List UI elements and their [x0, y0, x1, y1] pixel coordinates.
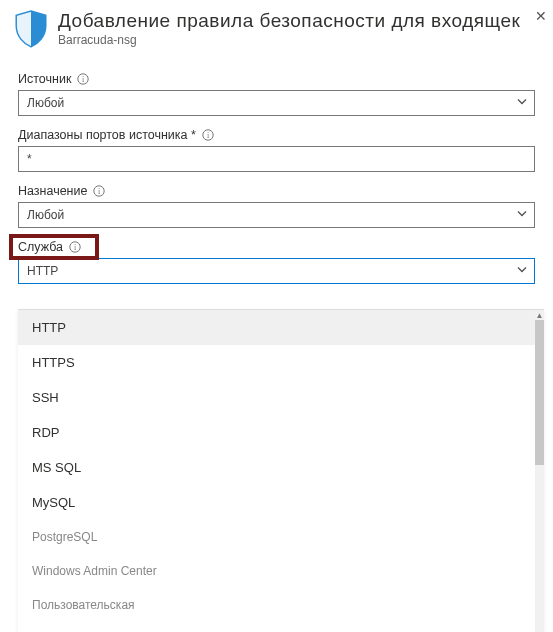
service-option[interactable]: HTTP	[18, 310, 544, 345]
scrollbar-track[interactable]: ▲	[535, 310, 544, 632]
source-port-input[interactable]: *	[18, 146, 535, 172]
dropdown-list[interactable]: HTTPHTTPSSSHRDPMS SQLMySQLPostgreSQLWind…	[18, 310, 544, 632]
service-option[interactable]: Пользовательская	[18, 588, 544, 622]
service-select[interactable]: HTTP	[18, 258, 535, 284]
service-option[interactable]: FTP	[18, 622, 544, 632]
field-service: Служба i HTTP	[18, 236, 535, 284]
source-value: Любой	[27, 96, 64, 110]
service-option[interactable]: RDP	[18, 415, 544, 450]
scroll-up-icon[interactable]: ▲	[535, 310, 544, 320]
chevron-down-icon	[516, 208, 528, 223]
service-dropdown: HTTPHTTPSSSHRDPMS SQLMySQLPostgreSQLWind…	[18, 309, 544, 632]
svg-text:i: i	[98, 187, 101, 196]
label-destination: Назначение	[18, 184, 87, 198]
field-source: Источник i Любой	[18, 68, 535, 116]
svg-text:i: i	[82, 75, 85, 84]
service-option[interactable]: Windows Admin Center	[18, 554, 544, 588]
svg-text:i: i	[74, 243, 77, 252]
service-option[interactable]: PostgreSQL	[18, 520, 544, 554]
info-icon[interactable]: i	[77, 73, 89, 85]
service-option[interactable]: HTTPS	[18, 345, 544, 380]
service-option[interactable]: MySQL	[18, 485, 544, 520]
shield-icon	[14, 10, 48, 48]
info-icon[interactable]: i	[93, 185, 105, 197]
label-source: Источник	[18, 72, 71, 86]
page-title: Добавление правила безопасности для вход…	[58, 10, 520, 32]
destination-value: Любой	[27, 208, 64, 222]
svg-text:i: i	[207, 131, 210, 140]
label-source-port: Диапазоны портов источника *	[18, 128, 196, 142]
label-service: Служба	[18, 240, 63, 254]
close-icon[interactable]: ✕	[535, 8, 547, 24]
service-value: HTTP	[27, 264, 58, 278]
scrollbar-thumb[interactable]	[535, 320, 544, 465]
source-port-value: *	[27, 152, 32, 166]
info-icon[interactable]: i	[69, 241, 81, 253]
field-source-port: Диапазоны портов источника * i *	[18, 124, 535, 172]
service-option[interactable]: MS SQL	[18, 450, 544, 485]
form: Источник i Любой Диапазоны портов источн…	[0, 54, 553, 284]
info-icon[interactable]: i	[202, 129, 214, 141]
service-option[interactable]: SSH	[18, 380, 544, 415]
page-subtitle: Barracuda-nsg	[58, 33, 520, 47]
field-destination: Назначение i Любой	[18, 180, 535, 228]
chevron-down-icon	[516, 96, 528, 111]
source-select[interactable]: Любой	[18, 90, 535, 116]
destination-select[interactable]: Любой	[18, 202, 535, 228]
chevron-down-icon	[516, 264, 528, 279]
blade-header: Добавление правила безопасности для вход…	[0, 0, 553, 54]
